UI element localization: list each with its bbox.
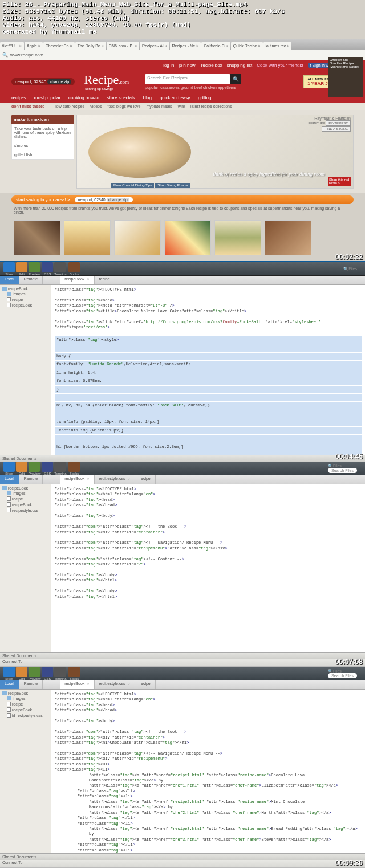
login-link[interactable]: log in	[163, 63, 174, 68]
sub-nav: don't miss these:low-carb recipesvideosf…	[0, 103, 365, 110]
nav-link[interactable]: grilling	[198, 95, 211, 100]
toolbar-preview-icon[interactable]	[29, 262, 40, 272]
tab-local[interactable]: Local	[0, 475, 19, 484]
shared-docs[interactable]: Shared Documents	[0, 853, 365, 860]
code-editor[interactable]: "attr">class="tag"><!DOCTYPE html>"attr"…	[51, 690, 365, 853]
toolbar-terminal-icon[interactable]	[54, 462, 66, 472]
toolbar-css-icon[interactable]	[42, 262, 53, 272]
connect-bar[interactable]: Connect To	[0, 860, 365, 868]
menu-item[interactable]: s'mores	[11, 141, 74, 150]
shop-button[interactable]: Shop this red room >	[328, 177, 351, 186]
toolbar-terminal-icon[interactable]	[54, 667, 66, 677]
tab-remote[interactable]: Remote	[19, 276, 43, 284]
side-ad[interactable]: Chicken and Noodles Recipe (Without the …	[328, 57, 363, 97]
editor-tabs: Local Remote recipeBook○ recipestyle.css…	[0, 475, 365, 484]
timestamp: 00:09:30	[335, 859, 363, 867]
address-bar[interactable]: 🔍 www.recipe.com	[0, 50, 365, 60]
file-tab[interactable]: recipe	[95, 276, 115, 284]
subnav-link[interactable]: food blogs we love	[108, 104, 141, 108]
browser-tab[interactable]: California C ×	[201, 42, 230, 50]
thumb[interactable]	[114, 220, 161, 255]
panel-editor-2: SitesEditPreviewCSSTerminalBooks 🔍FilesS…	[0, 462, 365, 667]
toolbar-css-icon[interactable]	[42, 667, 53, 677]
browser-tab[interactable]: Chevrolet Ca ×	[43, 42, 75, 50]
toolbar-terminal-icon[interactable]	[54, 262, 66, 272]
timestamp: 00:07:08	[335, 658, 363, 666]
file-tab[interactable]: recipe	[135, 680, 156, 689]
subnav-link[interactable]: win!	[178, 104, 185, 108]
tab-local[interactable]: Local	[0, 276, 19, 284]
thumb[interactable]	[64, 220, 111, 255]
browser-tabs: file:///U... ×Apple ×Chevrolet Ca ×The D…	[0, 39, 365, 50]
file-tab[interactable]: recipe	[135, 475, 156, 484]
tab-remote[interactable]: Remote	[19, 680, 43, 689]
file-tab[interactable]: recipeBook○	[60, 276, 94, 284]
menu-item[interactable]: grilled fish	[11, 150, 74, 160]
subnav-link[interactable]: videos	[90, 104, 102, 108]
thumb[interactable]	[265, 220, 311, 255]
browser-tab[interactable]: Recipes - Ne ×	[170, 42, 201, 50]
browser-tab[interactable]: Recipes - Al ×	[140, 42, 169, 50]
file-tab[interactable]: recipestyle.css○	[95, 475, 135, 484]
toolbar-edit-icon[interactable]	[16, 667, 27, 677]
toolbar-preview-icon[interactable]	[29, 462, 40, 472]
nav-link[interactable]: quick and easy	[160, 95, 190, 100]
nav-link[interactable]: most popular	[34, 95, 60, 100]
popular-links[interactable]: popular: casseroles ground beef chicken …	[145, 85, 241, 89]
connect-bar[interactable]: Connect To	[0, 659, 365, 667]
toolbar-sites-icon[interactable]	[3, 462, 15, 472]
shared-docs[interactable]: Shared Documents	[0, 652, 365, 659]
thumb[interactable]	[14, 220, 60, 255]
code-editor[interactable]: "attr">class="tag"><!DOCTYPE html>"attr"…	[51, 484, 365, 652]
toolbar-sites-icon[interactable]	[3, 262, 15, 272]
subnav-link[interactable]: latest recipe collections	[190, 104, 232, 108]
zip-widget[interactable]: newport, 02840 change zip	[11, 78, 75, 85]
toolbar-books-icon[interactable]	[68, 667, 80, 677]
toolbar-preview-icon[interactable]	[29, 667, 40, 677]
tab-remote[interactable]: Remote	[19, 475, 43, 484]
search-button[interactable]: 🔍	[230, 74, 241, 84]
nav-link[interactable]: recipes	[11, 95, 26, 100]
nav-link[interactable]: cooking how-to	[68, 95, 99, 100]
subnav-link[interactable]: myplate meals	[146, 104, 172, 108]
toolbar-css-icon[interactable]	[42, 462, 53, 472]
shared-docs[interactable]: Shared Documents	[0, 455, 365, 462]
nav-link[interactable]: blog	[143, 95, 152, 100]
toolbar-books-icon[interactable]	[68, 462, 80, 472]
panel-browser: file:///U... ×Apple ×Chevrolet Ca ×The D…	[0, 0, 365, 262]
browser-tab[interactable]: file:///U... ×	[0, 42, 24, 50]
file-tab[interactable]: recipeBook○	[60, 680, 94, 689]
browser-tab[interactable]: la times rec ×	[263, 42, 292, 50]
file-tree[interactable]: recipeBook images recipe recipeBook id-r…	[0, 690, 51, 853]
toolbar-sites-icon[interactable]	[3, 667, 15, 677]
editor-toolbar: SitesEditPreviewCSSTerminalBooks 🔍FilesS…	[0, 462, 365, 475]
cook-label: Cook with your friends!	[257, 63, 303, 68]
subnav-link[interactable]: low-carb recipes	[55, 104, 84, 108]
tab-local[interactable]: Local	[0, 680, 19, 689]
thumb[interactable]	[214, 220, 261, 255]
toolbar-edit-icon[interactable]	[16, 262, 27, 272]
thumb[interactable]	[164, 220, 211, 255]
hero-caption: think of red as a spicy ingredient for y…	[213, 171, 325, 177]
hero-links[interactable]: More Colorful Dining TipsShop Dining Roo…	[111, 184, 192, 187]
file-tree[interactable]: recipeBook images recipe recipeBook reci…	[0, 484, 51, 652]
browser-tab[interactable]: Apple ×	[25, 42, 43, 50]
code-editor[interactable]: "attr">class="tag"><!DOCTYPE html> "attr…	[51, 285, 365, 455]
nav-link[interactable]: store specials	[107, 95, 135, 100]
join-link[interactable]: join now!	[179, 63, 197, 68]
browser-tab[interactable]: The Daily Be ×	[75, 42, 106, 50]
timestamp: 00:02:32	[335, 253, 363, 261]
search-input[interactable]: Search For Recipes	[145, 74, 230, 84]
rf-ad[interactable]: Raymour & Flanigan FURNITURE PINTEREST F…	[308, 116, 351, 132]
browser-tab[interactable]: Quick Recipe ×	[231, 42, 263, 50]
file-tab[interactable]: recipeBook○	[60, 475, 94, 484]
shopping-link[interactable]: shopping list	[227, 63, 252, 68]
toolbar-edit-icon[interactable]	[16, 462, 27, 472]
file-tree[interactable]: recipeBook images recipe recipeBook	[0, 285, 51, 455]
recipebox-link[interactable]: recipe box	[201, 63, 222, 68]
browser-tab[interactable]: CNN.com - B. ×	[107, 42, 139, 50]
toolbar-books-icon[interactable]	[68, 262, 80, 272]
site-logo[interactable]: Recipe.com	[84, 72, 129, 87]
file-tab[interactable]: recipestyle.css○	[95, 680, 135, 689]
saving-bar[interactable]: start saving in your area! >newport, 028…	[11, 195, 354, 204]
